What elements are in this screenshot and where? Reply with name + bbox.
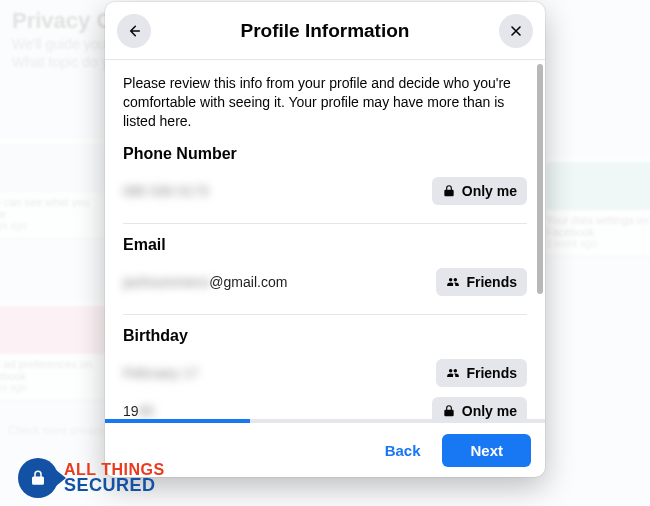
section-phone: Phone Number 085 530 0173 Only me [123,145,527,224]
birthday-year-row: 1985 Only me [123,395,527,419]
email-heading: Email [123,236,527,254]
birthday-year-value: 1985 [123,403,154,419]
lock-icon [442,404,456,418]
modal-title: Profile Information [241,20,410,42]
card-title: Who can see what you share [0,196,106,220]
arrow-left-icon [126,23,142,39]
progress-fill [105,419,250,423]
phone-heading: Phone Number [123,145,527,163]
modal-footer: Back Next [105,423,545,477]
card-time: 1 week ago [546,238,650,249]
card-title: Your data settings on Facebook [546,214,650,238]
progress-bar [105,419,545,423]
card-time: 3 days ago [0,382,106,393]
bg-card-ad-preferences[interactable]: Your ad preferences on Facebook 3 days a… [0,300,112,400]
audience-label: Friends [466,365,517,381]
modal-scroll-area: Please review this info from your profil… [105,60,545,419]
watermark-logo: ALL THINGS SECURED [18,458,165,498]
watermark-line2: SECURED [64,477,165,493]
birthday-heading: Birthday [123,327,527,345]
modal-header: Profile Information [105,2,545,60]
friends-icon [446,275,460,289]
audience-label: Only me [462,403,517,419]
bg-card-data-settings[interactable]: Your data settings on Facebook 1 week ag… [540,156,650,256]
audience-label: Friends [466,274,517,290]
footer-back-button[interactable]: Back [371,434,435,467]
scrollbar-thumb[interactable] [537,64,543,294]
close-icon [508,23,524,39]
birthday-day-value: February 17 [123,365,198,381]
email-audience-button[interactable]: Friends [436,268,527,296]
birthday-day-audience-button[interactable]: Friends [436,359,527,387]
next-button[interactable]: Next [442,434,531,467]
section-email: Email jashsummersi@gmail.com Friends [123,236,527,315]
phone-row: 085 530 0173 Only me [123,175,527,207]
back-button[interactable] [117,14,151,48]
watermark-lock-badge [18,458,58,498]
friends-icon [446,366,460,380]
birthday-year-audience-button[interactable]: Only me [432,397,527,419]
bg-card-who-can-see[interactable]: Who can see what you share 3 days ago [0,138,112,238]
email-value: jashsummersi@gmail.com [123,274,287,290]
card-thumbnail [0,306,106,354]
close-button[interactable] [499,14,533,48]
section-birthday: Birthday February 17 Friends 1985 Only m… [123,327,527,419]
card-title: Your ad preferences on Facebook [0,358,106,382]
intro-text: Please review this info from your profil… [123,74,527,131]
lock-icon [29,469,47,487]
card-thumbnail [0,144,106,192]
audience-label: Only me [462,183,517,199]
profile-information-modal: Profile Information Please review this i… [105,2,545,477]
lock-icon [442,184,456,198]
phone-value: 085 530 0173 [123,183,209,199]
phone-audience-button[interactable]: Only me [432,177,527,205]
watermark-text: ALL THINGS SECURED [64,463,165,494]
card-time: 3 days ago [0,220,106,231]
email-row: jashsummersi@gmail.com Friends [123,266,527,298]
birthday-day-row: February 17 Friends [123,357,527,389]
card-thumbnail [546,162,650,210]
